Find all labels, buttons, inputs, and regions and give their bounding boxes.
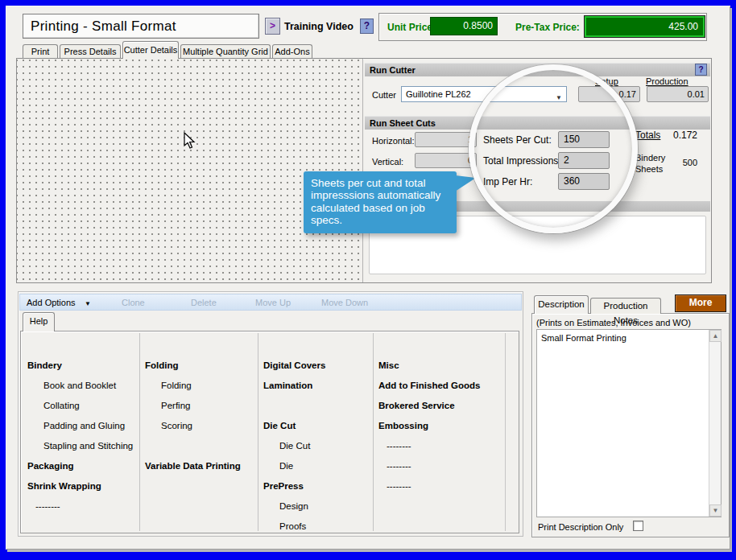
vertical-field[interactable]: 0 (415, 153, 477, 168)
options-grid-scrollbar[interactable] (505, 333, 515, 531)
add-options-caret-icon[interactable]: ▼ (85, 300, 91, 307)
run-cutter-header: Run Cutter (365, 63, 710, 76)
pretax-price-value: 425.00 (585, 16, 705, 37)
description-scrollbar[interactable]: ▲ ▼ (709, 330, 721, 517)
list-item[interactable]: -------- (374, 436, 502, 456)
tab-help[interactable]: Help (23, 312, 55, 331)
move-up-button[interactable]: Move Up (255, 298, 291, 307)
tab-press-details[interactable]: Press Details (60, 44, 121, 58)
list-item[interactable]: Proofs (258, 517, 373, 537)
list-item[interactable]: Die Cut (258, 416, 373, 436)
cutter-selected-value: Guillotine PL262 (406, 89, 471, 99)
list-item[interactable]: Padding and Gluing (23, 416, 139, 436)
list-item[interactable]: Embossing (374, 416, 502, 436)
list-item[interactable]: Lamination (258, 376, 373, 396)
run-cutter-help-icon[interactable]: ? (695, 64, 707, 76)
add-options-button[interactable]: Add Options (27, 298, 76, 307)
clone-button[interactable]: Clone (122, 298, 145, 307)
sheets-per-cut-field[interactable]: 150 (558, 131, 610, 148)
training-video-label[interactable]: Training Video (284, 21, 354, 32)
page-title: Printing - Small Format (23, 14, 259, 39)
options-grid: Bindery Book and Booklet Collating Paddi… (20, 331, 519, 533)
chevron-down-icon: ▼ (556, 91, 562, 105)
list-item[interactable]: -------- (374, 456, 502, 476)
list-item[interactable]: Folding (140, 376, 258, 396)
total-impressions-label: Total Impressions: (483, 155, 561, 167)
description-text: Small Format Printing (541, 333, 626, 343)
tab-production-notes[interactable]: Production Notes (590, 298, 661, 314)
unit-price-label: Unit Price: (387, 22, 436, 33)
mouse-cursor-icon (184, 132, 201, 153)
list-item[interactable]: Bindery (23, 356, 139, 376)
horizontal-label: Horizontal: (372, 136, 415, 146)
list-item[interactable]: Add to Finished Goods (374, 376, 502, 396)
list-item[interactable]: Folding (140, 356, 258, 376)
list-item[interactable]: Die Cut (258, 436, 373, 456)
callout-tooltip: Sheets per cut and total impresssions au… (304, 171, 457, 233)
list-item[interactable]: Scoring (140, 416, 258, 436)
description-textarea[interactable]: Small Format Printing ▲ ▼ (536, 329, 722, 517)
bindery-sheets-value: 500 (673, 158, 697, 168)
tab-multiple-quantity-grid[interactable]: Multiple Quantity Grid (180, 44, 271, 58)
total-impressions-field[interactable]: 2 (558, 152, 610, 169)
list-item[interactable]: Book and Booklet (23, 376, 139, 396)
list-item[interactable]: Design (258, 496, 373, 517)
print-description-only-label: Print Description Only (538, 522, 623, 532)
more-button[interactable]: More (675, 294, 726, 312)
totals-value: 0.172 (660, 130, 697, 141)
bindery-sheets-label: Bindery Sheets (635, 152, 672, 175)
list-item[interactable]: Digital Covers (258, 356, 373, 376)
run-sheet-cuts-header: Run Sheet Cuts (365, 116, 710, 130)
list-item[interactable]: Brokered Service (374, 396, 502, 416)
list-item[interactable]: Collating (23, 396, 139, 416)
list-item[interactable]: Packaging (23, 456, 139, 476)
horizontal-field[interactable]: 1 (415, 132, 477, 147)
print-description-only-checkbox[interactable] (633, 521, 643, 531)
list-item[interactable]: Perfing (140, 396, 258, 416)
cutter-label: Cutter (372, 90, 396, 101)
options-column-4: Misc Add to Finished Goods Brokered Serv… (374, 333, 502, 531)
tab-cutter-details[interactable]: Cutter Details (122, 41, 179, 59)
list-item[interactable]: Die (258, 456, 373, 476)
list-item[interactable]: Stapling and Stitching (23, 436, 139, 456)
totals-label[interactable]: Totals (635, 130, 660, 141)
production-field[interactable]: 0.01 (647, 86, 709, 102)
stock-sheet-panel (17, 59, 363, 282)
setup-field[interactable]: 0.17 (578, 86, 640, 102)
tab-add-ons[interactable]: Add-Ons (272, 44, 312, 58)
pretax-price-label: Pre-Tax Price: (515, 22, 580, 33)
options-toolbar: Add Options ▼ Clone Delete Move Up Move … (19, 294, 522, 311)
vertical-label: Vertical: (372, 157, 403, 167)
tab-print-info[interactable]: Print Info (23, 44, 58, 58)
sheets-per-cut-label: Sheets Per Cut: (483, 134, 552, 146)
cutter-select[interactable]: Guillotine PL262 ▼ (401, 86, 567, 102)
list-item[interactable]: -------- (23, 496, 139, 517)
options-column-3: Digital Covers Lamination Die Cut Die Cu… (258, 333, 374, 531)
delete-button[interactable]: Delete (191, 298, 217, 307)
description-hint: (Prints on Estimates, Invoices and WO) (536, 318, 691, 327)
list-item[interactable]: Shrink Wrapping (23, 476, 139, 496)
help-icon[interactable]: ? (360, 19, 374, 34)
scroll-up-icon[interactable]: ▲ (709, 330, 722, 342)
list-item[interactable]: PrePress (258, 476, 373, 496)
training-video-play-icon[interactable]: > (265, 18, 280, 35)
tab-description[interactable]: Description (534, 295, 589, 314)
list-item[interactable]: -------- (374, 476, 502, 496)
options-column-1: Bindery Book and Booklet Collating Paddi… (23, 333, 140, 531)
imp-per-hr-label: Imp Per Hr: (483, 176, 532, 187)
unit-price-value: 0.8500 (430, 17, 498, 35)
list-item[interactable]: Variable Data Printing (140, 456, 258, 476)
list-item[interactable]: Misc (374, 356, 502, 376)
imp-per-hr-field[interactable]: 360 (558, 173, 610, 190)
application-window: Printing - Small Format > Training Video… (0, 0, 736, 560)
scroll-down-icon[interactable]: ▼ (709, 504, 722, 517)
move-down-button[interactable]: Move Down (321, 298, 368, 307)
options-column-2: Folding Folding Perfing Scoring Variable… (140, 333, 258, 531)
